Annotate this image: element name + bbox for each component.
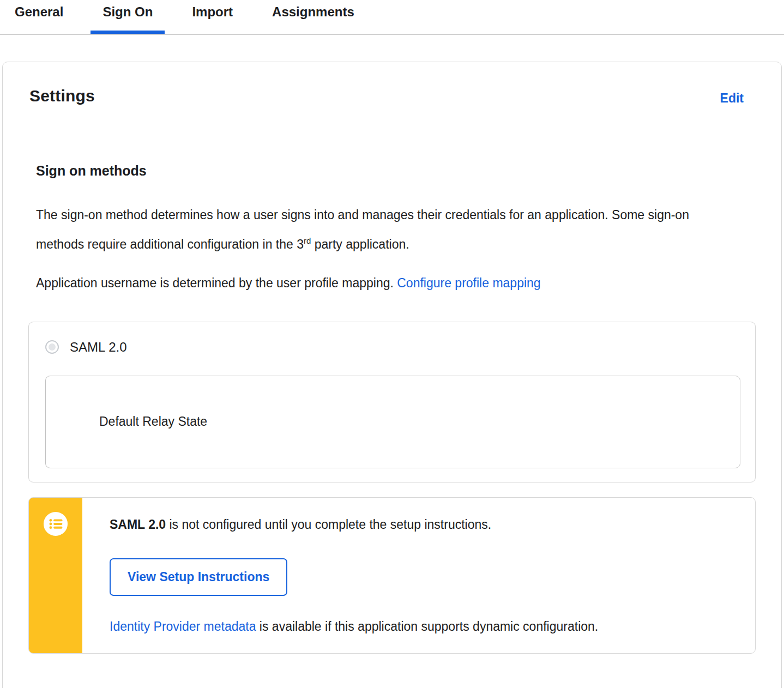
description-superscript: rd [304, 236, 311, 245]
settings-card: Settings Edit Sign on methods The sign-o… [2, 62, 782, 688]
saml-warning-callout: SAML 2.0 is not configured until you com… [28, 497, 756, 654]
username-note: Application username is determined by th… [36, 270, 739, 296]
tab-import[interactable]: Import [180, 0, 245, 33]
app-tab-bar: General Sign On Import Assignments [0, 0, 784, 35]
tab-assignments[interactable]: Assignments [260, 0, 366, 33]
identity-provider-metadata-link[interactable]: Identity Provider metadata [110, 619, 256, 633]
username-note-text: Application username is determined by th… [36, 276, 397, 290]
page-title: Settings [29, 87, 95, 105]
warning-message: SAML 2.0 is not configured until you com… [110, 517, 733, 532]
list-icon [43, 511, 68, 536]
metadata-note: Identity Provider metadata is available … [110, 619, 733, 634]
metadata-note-text: is available if this application support… [256, 619, 598, 633]
default-relay-state-label: Default Relay State [99, 414, 207, 429]
view-setup-instructions-button[interactable]: View Setup Instructions [110, 558, 287, 596]
default-relay-state-box: Default Relay State [45, 376, 740, 468]
description-text-end: party application. [311, 237, 409, 251]
configure-profile-mapping-link[interactable]: Configure profile mapping [397, 276, 540, 290]
saml-method-box: SAML 2.0 Default Relay State [28, 322, 756, 482]
sign-on-methods-heading: Sign on methods [36, 163, 756, 179]
edit-link[interactable]: Edit [720, 91, 744, 106]
saml-radio-button[interactable] [45, 340, 59, 354]
warning-strip [29, 498, 82, 653]
warning-message-bold: SAML 2.0 [110, 517, 166, 532]
tab-sign-on[interactable]: Sign On [91, 0, 165, 33]
warning-message-text: is not configured until you complete the… [166, 517, 491, 532]
sign-on-description: The sign-on method determines how a user… [36, 202, 739, 257]
tab-general[interactable]: General [3, 0, 75, 33]
warning-body: SAML 2.0 is not configured until you com… [82, 498, 755, 653]
saml-radio-label: SAML 2.0 [70, 340, 127, 355]
settings-card-header: Settings Edit [28, 87, 756, 106]
saml-radio-row: SAML 2.0 [45, 340, 740, 355]
